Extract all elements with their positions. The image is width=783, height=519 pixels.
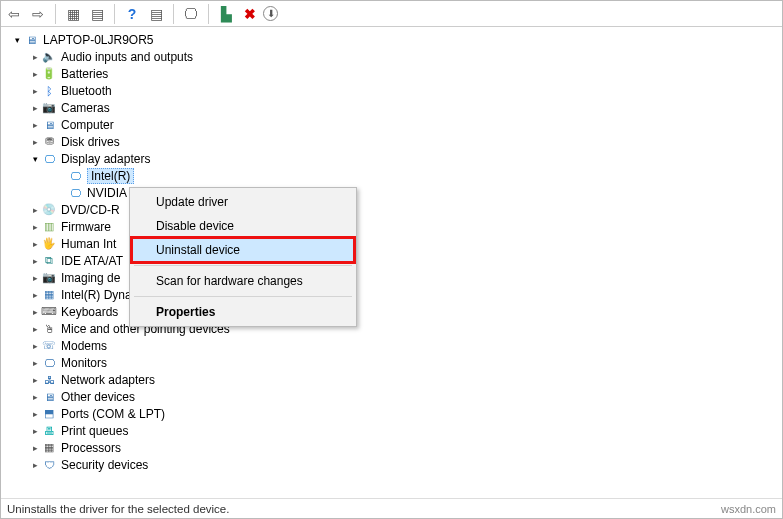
tree-category[interactable]: ▸🖥Computer [5, 116, 782, 133]
chevron-right-icon[interactable]: ▸ [29, 256, 41, 266]
tree-category[interactable]: ▸▥Firmware [5, 218, 782, 235]
category-icon: 🔈 [41, 49, 57, 65]
root-label: LAPTOP-0LJR9OR5 [43, 33, 154, 47]
menu-item-label: Update driver [156, 195, 228, 209]
status-text: Uninstalls the driver for the selected d… [7, 503, 229, 515]
root-node[interactable]: ▾ 🖥 LAPTOP-0LJR9OR5 [5, 31, 782, 48]
chevron-down-icon[interactable]: ▾ [11, 35, 23, 45]
toolbar: ⇦ ⇨ ▦ ▤ ? ▤ 🖵 ▙ ✖ ⬇ [1, 1, 782, 27]
show-hidden-button[interactable]: ▦ [62, 3, 84, 25]
watermark: wsxdn.com [721, 503, 776, 515]
toolbar-separator [55, 4, 56, 24]
chevron-right-icon[interactable]: ▸ [29, 86, 41, 96]
status-bar: Uninstalls the driver for the selected d… [1, 498, 782, 518]
chevron-right-icon[interactable]: ▸ [29, 443, 41, 453]
chevron-right-icon[interactable]: ▸ [29, 103, 41, 113]
category-icon: ▦ [41, 287, 57, 303]
category-label: Bluetooth [61, 84, 112, 98]
chevron-right-icon[interactable]: ▸ [29, 341, 41, 351]
chevron-right-icon[interactable]: ▸ [29, 460, 41, 470]
chevron-right-icon[interactable]: ▸ [29, 375, 41, 385]
chevron-right-icon[interactable]: ▸ [29, 426, 41, 436]
tree-category[interactable]: ▸🔋Batteries [5, 65, 782, 82]
tree-category[interactable]: ▸🖥Other devices [5, 388, 782, 405]
category-label: Ports (COM & LPT) [61, 407, 165, 421]
tree-category[interactable]: ▸🖐Human Int [5, 235, 782, 252]
tree-category[interactable]: ▸💿DVD/CD-R [5, 201, 782, 218]
tree-category[interactable]: ▸📷Imaging de [5, 269, 782, 286]
category-label: Keyboards [61, 305, 118, 319]
tree-category[interactable]: ▸🖶Print queues [5, 422, 782, 439]
update-driver-button[interactable]: ▙ [215, 3, 237, 25]
category-icon: ⛃ [41, 134, 57, 150]
category-icon: 💿 [41, 202, 57, 218]
chevron-right-icon[interactable]: ▸ [29, 120, 41, 130]
tree-category[interactable]: ▸ᛒBluetooth [5, 82, 782, 99]
menu-separator [134, 296, 352, 297]
category-icon: 🖱 [41, 321, 57, 337]
chevron-right-icon[interactable]: ▸ [29, 273, 41, 283]
devices-button[interactable]: ▤ [145, 3, 167, 25]
category-label: Imaging de [61, 271, 120, 285]
category-icon: 📷 [41, 270, 57, 286]
chevron-right-icon[interactable]: ▸ [29, 52, 41, 62]
menu-uninstall-device[interactable]: Uninstall device [132, 238, 354, 262]
category-icon: 🖐 [41, 236, 57, 252]
tree-category[interactable]: ▸⌨Keyboards [5, 303, 782, 320]
tree-category[interactable]: ▸📷Cameras [5, 99, 782, 116]
menu-disable-device[interactable]: Disable device [132, 214, 354, 238]
chevron-right-icon[interactable]: ▸ [29, 324, 41, 334]
chevron-right-icon[interactable]: ▸ [29, 392, 41, 402]
category-label: Cameras [61, 101, 110, 115]
category-icon: 🖥 [41, 117, 57, 133]
chevron-right-icon[interactable]: ▸ [29, 239, 41, 249]
tree-category[interactable]: ▸▦Processors [5, 439, 782, 456]
menu-separator [134, 265, 352, 266]
action-button[interactable]: ⬇ [263, 6, 278, 21]
menu-update-driver[interactable]: Update driver [132, 190, 354, 214]
chevron-right-icon[interactable]: ▸ [29, 137, 41, 147]
tree-device[interactable]: 🖵NVIDIA [5, 184, 782, 201]
scan-hardware-button[interactable]: 🖵 [180, 3, 202, 25]
tree-category[interactable]: ▸🖵Monitors [5, 354, 782, 371]
tree-category[interactable]: ▾🖵Display adapters [5, 150, 782, 167]
chevron-down-icon[interactable]: ▾ [29, 154, 41, 164]
tree-device[interactable]: 🖵Intel(R) [5, 167, 782, 184]
tree-category[interactable]: ▸🛡Security devices [5, 456, 782, 473]
display-adapter-icon: 🖵 [67, 185, 83, 201]
display-adapter-icon: 🖵 [67, 168, 83, 184]
chevron-right-icon[interactable]: ▸ [29, 307, 41, 317]
menu-item-label: Properties [156, 305, 215, 319]
category-label: Monitors [61, 356, 107, 370]
category-icon: 🔋 [41, 66, 57, 82]
help-button[interactable]: ? [121, 3, 143, 25]
forward-button[interactable]: ⇨ [27, 3, 49, 25]
chevron-right-icon[interactable]: ▸ [29, 222, 41, 232]
category-label: Other devices [61, 390, 135, 404]
tree-category[interactable]: ▸▦Intel(R) Dynamic Platform and Thermal … [5, 286, 782, 303]
context-menu: Update driver Disable device Uninstall d… [129, 187, 357, 327]
tree-category[interactable]: ▸⬒Ports (COM & LPT) [5, 405, 782, 422]
menu-item-label: Scan for hardware changes [156, 274, 303, 288]
chevron-right-icon[interactable]: ▸ [29, 205, 41, 215]
tree-category[interactable]: ▸⛃Disk drives [5, 133, 782, 150]
tree-category[interactable]: ▸☏Modems [5, 337, 782, 354]
menu-scan-hardware[interactable]: Scan for hardware changes [132, 269, 354, 293]
chevron-right-icon[interactable]: ▸ [29, 69, 41, 79]
tree-category[interactable]: ▸🔈Audio inputs and outputs [5, 48, 782, 65]
category-icon: 🖶 [41, 423, 57, 439]
uninstall-button[interactable]: ✖ [239, 3, 261, 25]
tree-category[interactable]: ▸⧉IDE ATA/AT [5, 252, 782, 269]
tree-category[interactable]: ▸🖱Mice and other pointing devices [5, 320, 782, 337]
category-icon: ▦ [41, 440, 57, 456]
tree-category[interactable]: ▸🖧Network adapters [5, 371, 782, 388]
category-icon: ▥ [41, 219, 57, 235]
category-icon: 🖵 [41, 355, 57, 371]
chevron-right-icon[interactable]: ▸ [29, 290, 41, 300]
chevron-right-icon[interactable]: ▸ [29, 358, 41, 368]
properties-button[interactable]: ▤ [86, 3, 108, 25]
chevron-right-icon[interactable]: ▸ [29, 409, 41, 419]
category-label: Batteries [61, 67, 108, 81]
back-button[interactable]: ⇦ [3, 3, 25, 25]
menu-properties[interactable]: Properties [132, 300, 354, 324]
